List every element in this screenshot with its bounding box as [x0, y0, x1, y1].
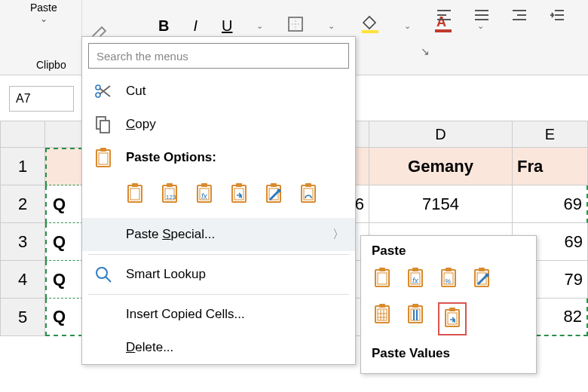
fill-dropdown[interactable]: ⌄ [404, 21, 411, 31]
menu-separator [88, 294, 349, 295]
decrease-indent-button[interactable] [549, 8, 565, 26]
cell[interactable]: Q [45, 299, 83, 336]
chevron-down-icon: ⌄ [30, 14, 57, 24]
underline-dropdown[interactable]: ⌄ [256, 21, 263, 31]
row-header[interactable]: 4 [0, 261, 45, 299]
cell[interactable]: 69 [513, 185, 588, 223]
paste-split-button[interactable]: Paste ⌄ [30, 2, 57, 24]
menu-search-input[interactable]: Search the menus [88, 43, 349, 69]
align-right-button[interactable] [511, 8, 528, 26]
submenu-header-paste: Paste [372, 243, 525, 259]
paste-option-keep-formatting[interactable] [471, 266, 492, 292]
copy-icon [93, 115, 114, 134]
submenu-header-paste-values: Paste Values [372, 346, 525, 361]
menu-item-copy[interactable]: Copy [82, 108, 355, 141]
menu-item-paste-special[interactable]: Paste Special... 〉 [82, 218, 355, 251]
border-dropdown[interactable]: ⌄ [328, 21, 335, 31]
font-dialog-launcher[interactable]: ↘ [421, 45, 430, 57]
cell[interactable]: Fra [513, 148, 588, 185]
paste-option-link[interactable] [298, 182, 319, 207]
align-left-button[interactable] [436, 8, 452, 26]
menu-item-delete[interactable]: Delete... [82, 331, 355, 364]
magnify-icon [93, 265, 114, 283]
paste-options-header: Paste Options: [82, 141, 355, 174]
placeholder-text: Search the menus [96, 50, 188, 63]
border-button[interactable] [287, 16, 304, 36]
menu-item-label: Cut [126, 84, 145, 99]
paste-option-all[interactable] [124, 182, 145, 207]
scissors-icon [93, 81, 114, 101]
italic-button[interactable]: I [193, 17, 198, 35]
cell[interactable]: Q [45, 185, 83, 223]
context-menu: Search the menus Cut Copy Paste Options:… [81, 36, 356, 365]
cell[interactable]: Gemany [369, 148, 513, 185]
paste-option-formatting[interactable] [263, 182, 284, 207]
paste-special-submenu: Paste Paste Values [360, 235, 537, 374]
paste-options-row [82, 174, 355, 218]
paste-option-formulas[interactable] [194, 182, 215, 207]
paste-label: Paste [30, 2, 57, 14]
paste-option-values[interactable] [159, 182, 180, 207]
paste-option-formulas-number-format[interactable] [438, 266, 459, 292]
menu-item-label: Paste Options: [126, 150, 216, 165]
name-box[interactable]: A7 [9, 86, 74, 112]
menu-item-label: Paste Special... [126, 227, 215, 242]
paste-option-transpose[interactable] [228, 182, 250, 207]
menu-separator [88, 254, 349, 255]
row-header[interactable]: 1 [0, 148, 45, 185]
ribbon-separator [81, 0, 82, 41]
col-header-a[interactable] [45, 121, 83, 148]
cell[interactable]: Q [45, 223, 83, 261]
row-header[interactable]: 3 [0, 223, 45, 261]
row-header[interactable]: 2 [0, 185, 45, 223]
menu-item-label: Smart Lookup [126, 267, 206, 282]
paste-option-transpose-highlighted[interactable] [438, 302, 467, 335]
paste-option-all[interactable] [372, 266, 393, 292]
menu-item-label: Delete... [126, 340, 173, 355]
paste-option-column-widths[interactable] [405, 302, 426, 335]
submenu-arrow-icon: 〉 [332, 227, 345, 243]
menu-item-cut[interactable]: Cut [82, 75, 355, 108]
menu-item-insert-copied[interactable]: Insert Copied Cells... [82, 298, 355, 331]
underline-button[interactable]: U [222, 17, 232, 35]
bold-button[interactable]: B [158, 17, 169, 35]
clipboard-group-label: Clipbo [36, 59, 66, 71]
name-box-value: A7 [16, 92, 31, 106]
col-header-d[interactable]: D [369, 121, 513, 148]
row-header[interactable]: 5 [0, 299, 45, 336]
cell[interactable]: Q [45, 261, 83, 299]
align-center-button[interactable] [473, 8, 490, 26]
paste-option-no-borders[interactable] [372, 302, 393, 335]
clipboard-icon [93, 146, 114, 169]
menu-item-label: Copy [126, 117, 156, 132]
col-header-e[interactable]: E [513, 121, 588, 148]
fill-color-button[interactable] [359, 14, 380, 38]
cell[interactable] [45, 148, 83, 185]
menu-item-smart-lookup[interactable]: Smart Lookup [82, 258, 355, 291]
select-all-corner[interactable] [0, 121, 45, 148]
paste-option-formulas[interactable] [405, 266, 426, 292]
cell[interactable]: 7154 [369, 185, 513, 223]
alignment-group [436, 8, 565, 26]
menu-item-label: Insert Copied Cells... [126, 307, 245, 322]
